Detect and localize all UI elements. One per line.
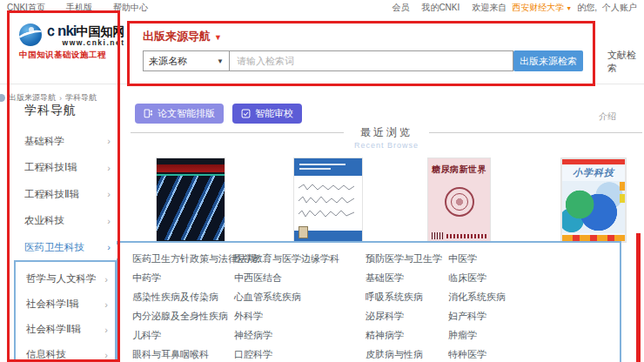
sidebar-item-social-science-2[interactable]: 社会科学Ⅱ辑 ›	[26, 317, 108, 342]
top-bar-left: CNKI首页 手机版 帮助中心	[7, 2, 148, 14]
tool-buttons: 论文智能排版 智能审校	[135, 104, 302, 124]
source-field-select[interactable]: 来源名称 ▼	[143, 50, 230, 71]
subject-link[interactable]: 中医学	[448, 249, 506, 268]
subject-link[interactable]: 医学教育与医学边缘学科	[234, 249, 339, 268]
sidebar-item-label: 哲学与人文科学	[26, 272, 97, 285]
subject-link[interactable]: 基础医学	[366, 268, 442, 287]
subject-link[interactable]: 临床医学	[448, 268, 506, 287]
chevron-right-icon: ›	[107, 216, 111, 226]
caret-down-icon: ▼	[214, 33, 222, 42]
chevron-right-icon: ›	[107, 189, 111, 199]
cover-side-tab	[620, 194, 625, 203]
panel-connector-gap	[116, 245, 119, 258]
top-bar: CNKI首页 手机版 帮助中心 会员 我的CNKI 欢迎来自 西安财经大学▼ 的…	[0, 0, 644, 15]
search-input[interactable]	[230, 50, 513, 71]
logo-wordmark: ｃnki中国知网 www.cnki.net	[44, 23, 125, 47]
subject-link[interactable]: 口腔科学	[234, 345, 339, 362]
sidebar-item-engineering-1[interactable]: 工程科技Ⅰ辑 ›	[24, 155, 111, 182]
cover-top-band	[562, 159, 625, 164]
cnki-logo[interactable]: ｃnki中国知网 www.cnki.net 中国知识基础设施工程	[19, 23, 117, 61]
cover-seal-inner	[451, 193, 468, 211]
header-divider	[0, 84, 644, 84]
cover-seal-icon	[445, 187, 474, 217]
sidebar-item-medicine-health[interactable]: 医药卫生科技 ›	[24, 234, 111, 261]
source-search-button[interactable]: 出版来源检索	[513, 50, 583, 71]
chevron-right-icon: ›	[107, 136, 111, 146]
recent-browse-header: 最近浏览 Recent Browse	[131, 125, 642, 150]
nav-member[interactable]: 会员	[392, 2, 409, 14]
cover-footer-dashes	[446, 234, 486, 238]
subject-link[interactable]: 皮肤病与性病	[366, 345, 442, 362]
subject-link[interactable]: 神经病学	[234, 325, 339, 345]
cover-header-band	[294, 158, 362, 176]
sidebar-item-information-tech[interactable]: 信息科技 ›	[26, 342, 108, 362]
paper-format-button[interactable]: 论文智能排版	[135, 104, 224, 124]
journal-cover-kids-science[interactable]: 小学科技	[561, 158, 626, 242]
cover-title: 小学科技	[562, 166, 625, 179]
subject-link[interactable]: 精神病学	[366, 325, 442, 345]
nav-mobile-version[interactable]: 手机版	[66, 2, 92, 14]
recent-browse-titles: 最近浏览 Recent Browse	[354, 125, 419, 150]
subject-links-panel: 医药卫生方针政策与法律法规... 中药学 感染性疾病及传染病 内分泌腺及全身性疾…	[117, 241, 621, 362]
breadcrumb-icon	[0, 94, 5, 102]
sidebar-item-label: 社会科学Ⅰ辑	[26, 298, 79, 311]
logo-url: www.cnki.net	[44, 39, 125, 47]
sidebar-item-philosophy-humanities[interactable]: 哲学与人文科学 ›	[26, 266, 108, 292]
divider-line-right	[429, 132, 642, 133]
recent-browse-title: 最近浏览	[354, 125, 419, 140]
subject-link[interactable]: 呼吸系统疾病	[366, 287, 442, 306]
nav-cnki-home[interactable]: CNKI首页	[7, 2, 45, 14]
top-bar-right: 会员 我的CNKI 欢迎来自 西安财经大学▼ 的您, 个人账户	[392, 2, 637, 14]
institution-selector[interactable]: 西安财经大学▼	[512, 2, 574, 14]
subject-link[interactable]: 外科学	[234, 306, 339, 325]
proofread-icon	[241, 109, 251, 118]
subject-link[interactable]: 特种医学	[448, 345, 506, 362]
cover-title-band	[157, 164, 225, 172]
cover-text-line	[299, 168, 331, 170]
sidebar-item-label: 基础科学	[24, 135, 64, 148]
institution-name: 西安财经大学	[512, 3, 564, 12]
sidebar-item-label: 信息科技	[26, 348, 66, 361]
nav-personal-account[interactable]: 个人账户	[602, 2, 637, 14]
chevron-right-icon: ›	[104, 325, 108, 335]
select-value: 来源名称	[149, 55, 187, 68]
cover-side-tab	[620, 182, 625, 191]
nav-help-center[interactable]: 帮助中心	[113, 2, 148, 14]
subject-link[interactable]: 预防医学与卫生学	[366, 249, 442, 268]
subject-nav-list: 基础科学 › 工程科技Ⅰ辑 › 工程科技Ⅱ辑 › 农业科技 › 医药卫生科技 ›	[24, 128, 111, 261]
smart-proofread-label: 智能审校	[255, 107, 293, 120]
subject-column-2: 医学教育与医学边缘学科 中西医结合 心血管系统疾病 外科学 神经病学 口腔科学	[234, 249, 339, 362]
source-nav-title-text: 出版来源导航	[143, 30, 211, 43]
logo-latin: ｃnki	[44, 23, 77, 39]
smart-proofread-button[interactable]: 智能审校	[232, 104, 302, 124]
journal-cover-diabetes[interactable]: 糖尿病新世界	[428, 158, 490, 242]
sidebar-item-agriculture[interactable]: 农业科技 ›	[24, 208, 111, 235]
subject-link[interactable]: 泌尿科学	[366, 306, 442, 325]
recent-browse-subtitle: Recent Browse	[354, 141, 419, 150]
journal-cover-tech[interactable]	[157, 158, 225, 242]
divider-line-left	[131, 132, 344, 133]
subject-link[interactable]: 妇产科学	[448, 306, 506, 325]
chevron-down-icon: ▼	[566, 5, 572, 11]
subject-link[interactable]: 中西医结合	[234, 268, 339, 287]
doc-search-link[interactable]: 文献检索	[607, 49, 644, 75]
sidebar-item-social-science-1[interactable]: 社会科学Ⅰ辑 ›	[26, 292, 108, 317]
cover-art	[157, 174, 225, 240]
sidebar-item-engineering-2[interactable]: 工程科技Ⅱ辑 ›	[24, 181, 111, 208]
ecg-waveform	[294, 176, 362, 225]
subject-link[interactable]: 心血管系统疾病	[234, 287, 339, 306]
journal-cover-medical[interactable]	[294, 158, 362, 242]
annotation-line-right	[636, 233, 641, 362]
sidebar-title: 学科导航	[24, 103, 77, 118]
chevron-right-icon: ›	[104, 350, 108, 360]
subject-link[interactable]: 消化系统疾病	[448, 287, 506, 306]
subject-link[interactable]: 肿瘤学	[448, 325, 506, 345]
nav-my-cnki[interactable]: 我的CNKI	[421, 2, 460, 14]
cnki-globe-icon	[19, 23, 42, 46]
sidebar-item-label: 工程科技Ⅱ辑	[24, 188, 79, 201]
logo-slogan: 中国知识基础设施工程	[19, 50, 117, 61]
subject-column-3: 预防医学与卫生学 基础医学 呼吸系统疾病 泌尿科学 精神病学 皮肤病与性病	[366, 249, 442, 362]
cover-title: 糖尿病新世界	[428, 164, 490, 176]
sidebar-item-label: 工程科技Ⅰ辑	[24, 161, 77, 174]
sidebar-item-basic-science[interactable]: 基础科学 ›	[24, 128, 111, 155]
